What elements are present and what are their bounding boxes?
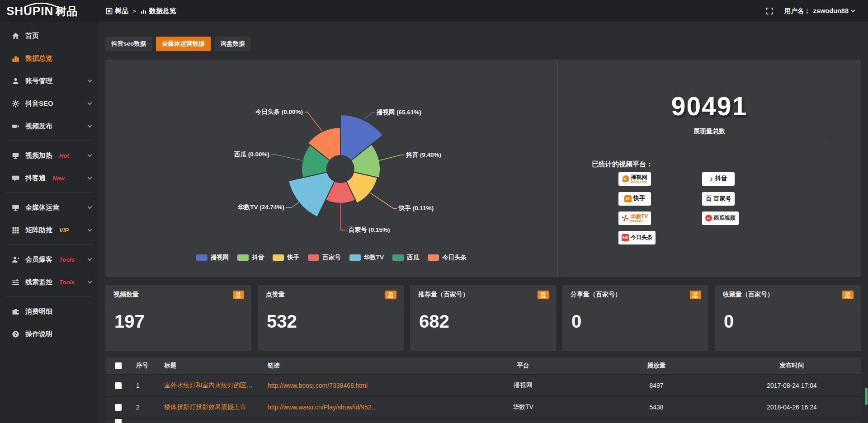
stat-card-header: 点赞量 总: [258, 285, 404, 304]
sidebar-item-13[interactable]: ?操作说明: [0, 323, 99, 345]
tab-2[interactable]: 全媒体运营数据: [156, 37, 211, 51]
bar-chart-small-icon: [140, 8, 147, 14]
sidebar: 首页数据总览账号管理抖音SEO视频发布视频加热Hot抖客通New全媒体运营矩阵助…: [0, 22, 99, 423]
stat-card-label: 点赞量: [266, 291, 285, 299]
pie-slice-5[interactable]: [288, 172, 335, 217]
pie-chart-section: 播视网 (65.61%)抖音 (9.40%)快手 (0.11%)百家号 (0.1…: [105, 60, 557, 277]
legend-item-快手[interactable]: 快手: [273, 254, 299, 262]
stat-card-header: 分享量（百家号） 总: [562, 285, 708, 304]
breadcrumb-separator: >: [132, 8, 136, 14]
row-checkbox[interactable]: [115, 419, 122, 423]
cell-title: 室外水纹灯和室内水纹灯的区别和简介: [159, 375, 262, 396]
chevron-down-icon: [88, 123, 92, 128]
total-badge[interactable]: 总: [690, 291, 701, 299]
stat-card-2: 点赞量 总 532: [258, 285, 404, 351]
tab-3[interactable]: 询盘数据: [215, 37, 251, 51]
video-url-link[interactable]: http://www.boosj.com/7338468.html: [268, 382, 368, 389]
chart-legend: 播视网抖音快手百家号华数TV西瓜今日头条: [105, 254, 557, 262]
pie-label: 百家号 (0.15%): [348, 226, 390, 233]
platform-badge-kuaishou[interactable]: 96 快手: [618, 192, 651, 206]
row-checkbox[interactable]: [115, 382, 122, 389]
legend-item-西瓜[interactable]: 西瓜: [392, 254, 419, 262]
help-icon: ?: [12, 330, 19, 338]
legend-label: 西瓜: [407, 254, 419, 262]
sidebar-item-8[interactable]: 全媒体运营: [0, 196, 99, 219]
home-icon: [12, 32, 19, 40]
bar-chart-icon: [12, 55, 19, 62]
cell-time: 2018-04-26 16:24: [723, 396, 861, 418]
tab-bar: 抖音seo数据全媒体运营数据询盘数据: [105, 37, 861, 51]
legend-item-播视网[interactable]: 播视网: [196, 254, 229, 262]
user-icon: [12, 77, 19, 85]
platform-badge-baijiahao[interactable]: 百 百家号: [702, 192, 735, 206]
sidebar-item-5[interactable]: 视频发布: [0, 115, 99, 137]
legend-swatch: [237, 254, 249, 261]
column-header-2: 标题: [159, 357, 262, 375]
legend-item-百家号[interactable]: 百家号: [308, 254, 341, 262]
legend-swatch: [392, 254, 404, 261]
sidebar-item-6[interactable]: 视频加热Hot: [0, 144, 99, 167]
sidebar-item-label: 数据总览: [25, 54, 52, 63]
column-header-4: 平台: [456, 357, 590, 375]
overview-panel: 播视网 (65.61%)抖音 (9.40%)快手 (0.11%)百家号 (0.1…: [105, 60, 861, 277]
legend-item-抖音[interactable]: 抖音: [237, 254, 264, 262]
video-title-link[interactable]: 室外水纹灯和室内水纹灯的区别和简介: [164, 381, 262, 389]
platforms-title: 已统计的视频平台：: [592, 160, 653, 169]
platform-badge-douyin[interactable]: ♪ 抖音: [702, 172, 735, 186]
sidebar-item-label: 抖客通: [25, 174, 46, 183]
legend-item-华数TV[interactable]: 华数TV: [349, 254, 384, 262]
breadcrumb-current[interactable]: 数据总览: [140, 7, 176, 15]
sidebar-item-label: 线索监控: [25, 278, 52, 287]
topbar-divider: [105, 26, 861, 26]
fullscreen-icon[interactable]: [766, 7, 774, 15]
legend-label: 快手: [287, 254, 299, 262]
legend-swatch: [273, 254, 284, 261]
stat-card-label: 收藏量（百家号）: [723, 291, 774, 299]
row-checkbox[interactable]: [115, 404, 122, 411]
video-url-link[interactable]: http://www.wasu.cn/Play/show/id/952...: [268, 404, 377, 411]
cell-platform: 播视网: [456, 375, 590, 396]
sidebar-item-7[interactable]: 抖客通New: [0, 167, 99, 189]
sidebar-item-2[interactable]: 数据总览: [0, 47, 99, 70]
video-title-link[interactable]: 楼体投影灯投影效果震撼上市: [164, 403, 246, 410]
legend-label: 播视网: [211, 254, 229, 262]
table-row-2: 2 楼体投影灯投影效果震撼上市 http://www.wasu.cn/Play/…: [105, 396, 861, 418]
stat-card-value: 532: [258, 304, 404, 339]
legend-item-今日头条[interactable]: 今日头条: [428, 254, 467, 262]
platform-badge-xigua[interactable]: ▶ 西瓜视频: [702, 212, 739, 225]
boosj-logo-icon: ▶: [623, 175, 629, 182]
total-badge[interactable]: 总: [385, 291, 396, 299]
cell-plays: 5438: [590, 396, 723, 418]
sidebar-item-10[interactable]: 会员爆客Tools: [0, 248, 99, 271]
stat-card-label: 视频数量: [113, 291, 139, 299]
platform-badge-wasu[interactable]: 华数TV wasu.cn: [618, 212, 651, 225]
sidebar-divider: [6, 141, 93, 141]
tab-1[interactable]: 抖音seo数据: [105, 37, 152, 51]
sidebar-item-3[interactable]: 账号管理: [0, 70, 99, 92]
user-menu[interactable]: 用户名：zswodun88: [784, 7, 854, 15]
platform-badge-boosj[interactable]: ▶ 播视网 boosj.com: [618, 172, 651, 186]
scrollbar-thumb[interactable]: [865, 388, 868, 405]
sidebar-divider: [6, 193, 93, 193]
cell-title: 楼体投影灯投影效果震撼上市: [159, 396, 262, 418]
cell-time: 2017-08-24 17:04: [723, 375, 861, 396]
legend-swatch: [196, 254, 208, 261]
total-badge[interactable]: 总: [233, 291, 244, 299]
stat-card-header: 推荐量（百家号） 总: [410, 285, 556, 304]
platform-badge-toutiao[interactable]: 头条 今日头条: [618, 231, 656, 244]
sidebar-item-9[interactable]: 矩阵助推VIP: [0, 219, 99, 241]
pie-label: 华数TV (24.74%): [237, 204, 284, 211]
sidebar-item-1[interactable]: 首页: [0, 24, 99, 47]
total-badge[interactable]: 总: [538, 291, 549, 299]
column-header-1: 序号: [131, 357, 159, 375]
select-all-checkbox[interactable]: [115, 362, 122, 369]
summary-divider: [592, 142, 827, 142]
sidebar-item-11[interactable]: 线索监控Tools: [0, 271, 99, 293]
cell-plays: [590, 418, 723, 423]
sidebar-item-4[interactable]: 抖音SEO: [0, 92, 99, 115]
breadcrumb-root[interactable]: 树品: [106, 7, 128, 15]
total-badge[interactable]: 总: [842, 291, 854, 299]
sidebar-item-12[interactable]: 消费明细: [0, 300, 99, 323]
stat-card-4: 分享量（百家号） 总 0: [562, 285, 708, 351]
table-row-1: 1 室外水纹灯和室内水纹灯的区别和简介 http://www.boosj.com…: [105, 375, 861, 396]
